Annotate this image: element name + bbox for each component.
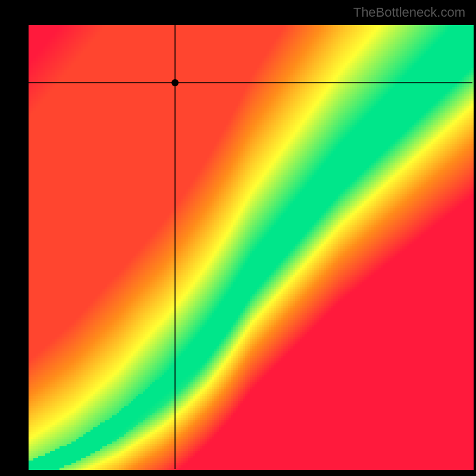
heatmap-chart — [0, 0, 476, 476]
chart-container: TheBottleneck.com — [0, 0, 476, 476]
watermark-text: TheBottleneck.com — [353, 5, 465, 20]
heatmap-canvas — [0, 0, 476, 476]
